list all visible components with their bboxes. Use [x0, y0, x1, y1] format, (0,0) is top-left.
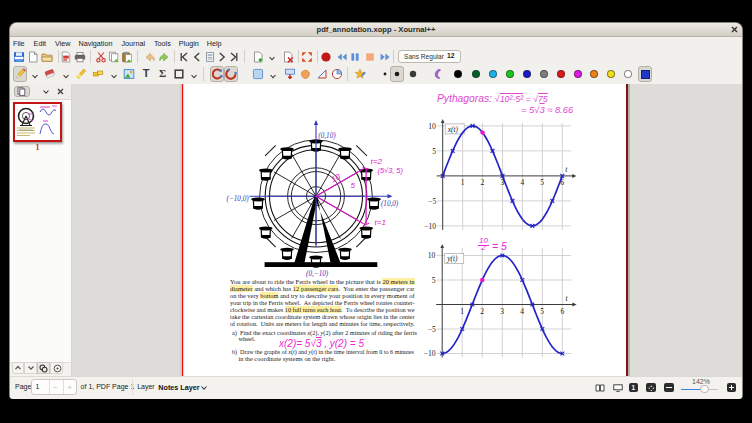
svg-text:10: 10 — [428, 251, 436, 260]
svg-text:5: 5 — [432, 276, 436, 285]
svg-text:4: 4 — [520, 307, 524, 316]
svg-text:(5√3, 5): (5√3, 5) — [378, 166, 404, 175]
svg-text:t: t — [565, 165, 568, 174]
svg-text:t=2: t=2 — [371, 157, 383, 166]
svg-text:x(t): x(t) — [447, 125, 459, 134]
svg-text:2: 2 — [481, 178, 485, 187]
svg-text:−10: −10 — [424, 349, 436, 358]
svg-text:6: 6 — [560, 307, 564, 316]
svg-text:−5: −5 — [428, 197, 436, 206]
svg-text:(10,0): (10,0) — [381, 200, 399, 208]
svg-text:3: 3 — [500, 307, 504, 316]
svg-text:5: 5 — [540, 178, 544, 187]
svg-text:5: 5 — [540, 307, 544, 316]
svg-text:y(t): y(t) — [446, 254, 458, 263]
svg-text:2: 2 — [480, 307, 484, 316]
svg-text:t: t — [565, 294, 568, 303]
svg-text:5: 5 — [351, 181, 356, 190]
svg-text:10: 10 — [428, 122, 436, 131]
svg-text:1: 1 — [460, 307, 464, 316]
svg-text:5: 5 — [432, 147, 436, 156]
svg-text:−5: −5 — [428, 325, 436, 334]
svg-text:−10: −10 — [424, 222, 436, 231]
svg-text:(−10,0): (−10,0) — [227, 195, 250, 203]
svg-text:4: 4 — [520, 178, 524, 187]
svg-text:(0,10): (0,10) — [318, 132, 336, 140]
svg-text:(0,−10): (0,−10) — [306, 270, 329, 278]
svg-text:1: 1 — [461, 178, 465, 187]
svg-text:t=1: t=1 — [375, 218, 386, 227]
